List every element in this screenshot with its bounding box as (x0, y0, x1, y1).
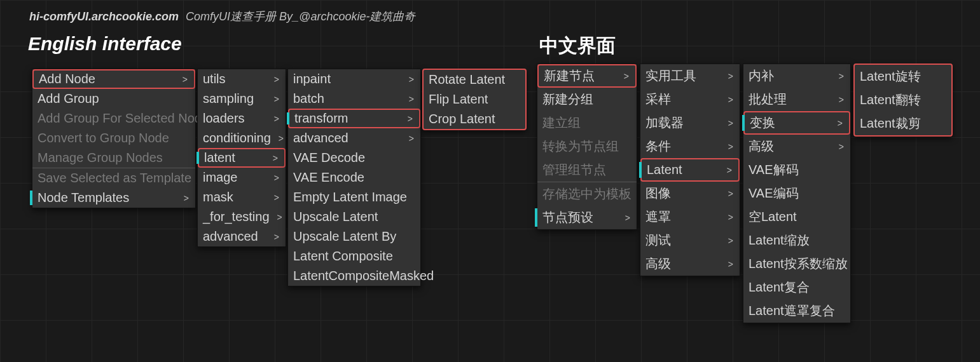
menu-item-label: Flip Latent (429, 92, 488, 107)
zh-transform-item-0[interactable]: Latent旋转 (855, 65, 951, 88)
en-ctx-item-1[interactable]: Add Group (32, 89, 195, 109)
en-cat-item-4[interactable]: latent> (198, 148, 286, 168)
menu-item-label: 转换为节点组 (542, 138, 619, 155)
submenu-arrow-icon: > (728, 95, 733, 105)
en-latent-item-6[interactable]: Empty Latent Image (288, 187, 420, 207)
zh-cat-item-6[interactable]: 遮罩> (640, 205, 740, 229)
menu-item-label: 空Latent (749, 208, 797, 225)
menu-item-label: 遮罩 (645, 208, 671, 225)
en-cat-item-0[interactable]: utils> (198, 69, 286, 89)
submenu-arrow-icon: > (727, 165, 732, 175)
zh-cat-item-8[interactable]: 高级> (640, 252, 740, 276)
zh-cat-item-2[interactable]: 加载器> (640, 111, 740, 135)
menu-item-label: 实用工具 (645, 67, 696, 84)
menu-item-label: Crop Latent (429, 112, 495, 126)
zh-cat-item-1[interactable]: 采样> (640, 88, 740, 111)
en-latent-item-0[interactable]: inpaint> (288, 69, 420, 89)
menu-item-label: _for_testing (203, 210, 270, 224)
menu-item-label: 节点预设 (542, 209, 593, 226)
en-latent-item-8[interactable]: Upscale Latent By (288, 227, 420, 246)
menu-item-label: VAE Encode (293, 170, 364, 185)
zh-cat-item-3[interactable]: 条件> (640, 135, 740, 158)
zh-latent-item-6[interactable]: 空Latent (743, 205, 850, 229)
menu-item-label: 测试 (645, 232, 671, 249)
en-transform-item-2[interactable]: Crop Latent (424, 109, 525, 129)
en-cat-item-7[interactable]: _for_testing> (198, 207, 286, 227)
menu-item-label: Upscale Latent (293, 210, 378, 224)
submenu-arrow-icon: > (728, 118, 733, 128)
zh-latent-item-4[interactable]: VAE解码 (743, 158, 850, 182)
zh-transform-item-2[interactable]: Latent裁剪 (855, 112, 951, 135)
menu-item-label: 条件 (645, 138, 671, 155)
zh-latent-item-9[interactable]: Latent复合 (743, 276, 850, 299)
zh-latent-item-2[interactable]: 变换> (743, 111, 850, 135)
menu-item-label: Add Group (38, 91, 99, 106)
en-ctx-item-4: Manage Group Nodes (32, 148, 195, 168)
active-indicator (535, 208, 537, 227)
menu-item-label: Manage Group Nodes (38, 151, 163, 165)
en-ctx-item-0[interactable]: Add Node> (32, 69, 195, 89)
menu-item-label: 批处理 (749, 91, 787, 108)
latent-submenu-zh: 内补>批处理>变换>高级>VAE解码VAE编码空LatentLatent缩放La… (743, 64, 851, 323)
zh-latent-item-10[interactable]: Latent遮罩复合 (743, 299, 850, 323)
submenu-arrow-icon: > (274, 94, 279, 104)
en-cat-item-8[interactable]: advanced> (198, 227, 286, 246)
en-latent-item-10[interactable]: LatentCompositeMasked (288, 266, 420, 286)
menu-item-label: Save Selected as Template (38, 171, 191, 185)
submenu-arrow-icon: > (839, 71, 844, 81)
submenu-arrow-icon: > (277, 212, 282, 222)
en-cat-item-1[interactable]: sampling> (198, 89, 286, 109)
submenu-arrow-icon: > (409, 94, 414, 104)
zh-ctx-item-1[interactable]: 新建分组 (537, 88, 637, 111)
zh-latent-item-7[interactable]: Latent缩放 (743, 229, 850, 252)
menu-item-label: transform (294, 111, 348, 126)
submenu-arrow-icon: > (728, 189, 733, 199)
zh-cat-item-0[interactable]: 实用工具> (640, 64, 740, 88)
active-indicator (30, 191, 32, 205)
en-cat-item-6[interactable]: mask> (198, 187, 286, 207)
menu-item-label: inpaint (293, 72, 331, 86)
menu-item-label: 内补 (749, 67, 774, 84)
zh-latent-item-0[interactable]: 内补> (743, 64, 850, 88)
en-latent-item-4[interactable]: VAE Decode (288, 148, 420, 168)
zh-transform-item-1[interactable]: Latent翻转 (855, 88, 951, 112)
menu-item-label: 高级 (749, 138, 774, 155)
en-latent-item-1[interactable]: batch> (288, 89, 420, 109)
menu-item-label: Latent按系数缩放 (749, 255, 848, 272)
zh-cat-item-5[interactable]: 图像> (640, 182, 740, 205)
en-latent-item-5[interactable]: VAE Encode (288, 168, 420, 187)
en-latent-item-3[interactable]: advanced> (288, 128, 420, 148)
zh-latent-item-3[interactable]: 高级> (743, 135, 850, 158)
watermark: hi-comfyUI.archcookie.com ComfyUI速查手册 By… (29, 9, 415, 24)
zh-ctx-item-0[interactable]: 新建节点> (537, 64, 637, 88)
en-latent-item-9[interactable]: Latent Composite (288, 246, 420, 266)
en-ctx-item-2: Add Group For Selected Nodes (32, 109, 195, 128)
menu-item-label: Latent Composite (293, 249, 393, 264)
context-menu-zh: 新建节点>新建分组建立组转换为节点组管理组节点存储选中为模板节点预设> (537, 64, 637, 230)
menu-item-label: LatentCompositeMasked (293, 269, 434, 283)
en-latent-item-7[interactable]: Upscale Latent (288, 207, 420, 227)
menu-item-label: VAE解码 (749, 161, 799, 178)
menu-item-label: 存储选中为模板 (542, 185, 631, 203)
zh-latent-item-5[interactable]: VAE编码 (743, 182, 850, 205)
en-cat-item-3[interactable]: conditioning> (198, 128, 286, 148)
active-indicator (197, 152, 199, 164)
heading-chinese: 中文界面 (539, 33, 616, 59)
menu-item-label: Rotate Latent (429, 72, 505, 87)
menu-item-label: Upscale Latent By (293, 229, 396, 244)
en-latent-item-2[interactable]: transform> (288, 109, 420, 128)
submenu-arrow-icon: > (409, 133, 414, 144)
en-ctx-item-6[interactable]: Node Templates> (32, 188, 195, 208)
zh-latent-item-1[interactable]: 批处理> (743, 88, 850, 111)
zh-cat-item-7[interactable]: 测试> (640, 229, 740, 252)
menu-item-label: image (203, 170, 237, 185)
en-cat-item-5[interactable]: image> (198, 168, 286, 187)
zh-ctx-item-6[interactable]: 节点预设> (537, 206, 637, 229)
zh-latent-item-8[interactable]: Latent按系数缩放 (743, 252, 850, 276)
active-indicator (742, 115, 745, 131)
en-cat-item-2[interactable]: loaders> (198, 109, 286, 128)
zh-ctx-item-5: 存储选中为模板 (537, 182, 637, 206)
en-transform-item-0[interactable]: Rotate Latent (424, 70, 525, 90)
en-transform-item-1[interactable]: Flip Latent (424, 90, 525, 109)
zh-cat-item-4[interactable]: Latent> (640, 158, 740, 182)
